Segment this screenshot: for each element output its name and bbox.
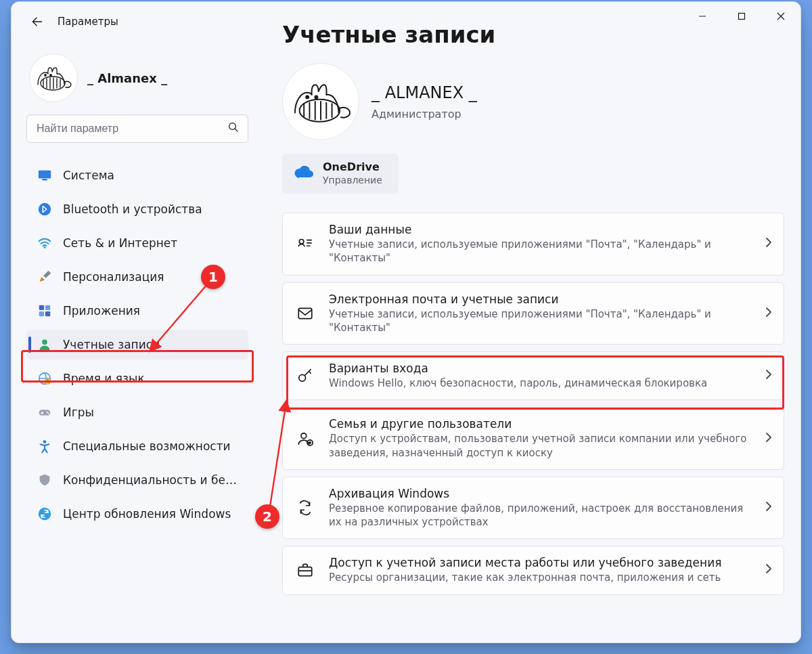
paintbrush-icon [37,269,52,284]
nav-item-update[interactable]: Центр обновления Windows [26,499,248,529]
wifi-icon [37,236,52,250]
accessibility-icon [37,439,52,454]
nav-label: Центр обновления Windows [63,507,231,521]
svg-rect-17 [39,410,51,415]
svg-rect-13 [45,311,50,316]
cat-avatar-icon [34,63,73,93]
search-box[interactable] [26,114,248,143]
card-title: Варианты входа [329,362,707,375]
minimize-icon [698,12,706,20]
clock-globe-icon [37,371,52,386]
nav-label: Персонализация [63,270,164,284]
svg-point-20 [43,440,47,443]
svg-point-21 [39,508,51,520]
sidebar-profile[interactable]: _ Almanex _ [29,53,248,102]
title-label: Параметры [58,16,118,28]
svg-point-22 [300,100,340,122]
nav-label: Учетные записи [63,338,160,351]
svg-point-9 [44,246,46,248]
search-input[interactable] [35,122,227,135]
chevron-right-icon [765,563,773,577]
card-title: Архивация Windows [329,487,752,500]
mail-icon [296,305,314,322]
person-icon [37,337,52,352]
card-title: Доступ к учетной записи места работы или… [329,556,721,569]
nav-label: Bluetooth и устройства [63,202,202,216]
svg-point-24 [315,95,317,98]
nav-item-gaming[interactable]: Игры [26,397,248,427]
header-profile: _ ALMANEX _ Администратор [282,63,784,140]
header-profile-name: _ ALMANEX _ [371,83,477,102]
update-icon [37,506,52,521]
card-signin-options[interactable]: Варианты входа Windows Hello, ключ безоп… [282,351,784,400]
chevron-right-icon [765,432,773,445]
key-icon [296,367,314,385]
svg-point-25 [299,240,304,244]
card-email-accounts[interactable]: Электронная почта и учетные записи Учетн… [282,282,784,345]
page-title: Учетные записи [282,21,784,48]
svg-rect-0 [739,14,745,20]
people-add-icon [296,430,314,448]
gamepad-icon [37,405,52,420]
card-sub: Windows Hello, ключ безопасности, пароль… [329,376,707,390]
nav-item-system[interactable]: Система [26,160,248,190]
sidebar-profile-name: _ Almanex _ [87,71,167,85]
nav-label: Приложения [63,304,140,318]
svg-point-19 [47,413,49,414]
search-icon [227,121,240,136]
nav-label: Сеть & и Интернет [63,236,177,250]
nav-list: Система Bluetooth и устройства Сеть & и … [26,160,248,529]
svg-point-28 [301,433,307,438]
card-windows-backup[interactable]: Архивация Windows Резервное копирование … [282,477,784,540]
svg-rect-12 [39,311,44,316]
briefcase-icon [296,561,314,579]
card-title: Электронная почта и учетные записи [329,292,752,306]
nav-item-accounts[interactable]: Учетные записи [26,330,248,359]
nav-item-privacy[interactable]: Конфиденциальность и безопасность [26,465,248,495]
onedrive-card[interactable]: OneDrive Управление [282,154,399,194]
maximize-icon [738,12,746,20]
card-sub: Учетные записи, используемые приложениям… [329,307,752,335]
shield-icon [37,473,52,487]
svg-rect-10 [39,305,44,310]
chevron-right-icon [765,307,773,320]
nav-label: Конфиденциальность и безопасность [63,473,242,487]
svg-rect-7 [42,179,47,181]
card-sub: Учетные записи, используемые приложениям… [329,238,752,265]
nav-item-accessibility[interactable]: Специальные возможности [26,431,248,461]
annotation-badge-2: 2 [255,504,279,529]
card-sub: Резервное копирование файлов, приложений… [329,502,752,529]
nav-label: Время и язык [63,372,145,385]
svg-point-1 [41,77,65,90]
svg-point-8 [39,203,51,215]
avatar [282,63,359,140]
nav-label: Система [63,169,114,182]
card-sub: Доступ к устройствам, пользователи учетн… [329,432,752,460]
nav-item-network[interactable]: Сеть & и Интернет [26,228,248,258]
card-work-school[interactable]: Доступ к учетной записи места работы или… [282,546,784,594]
card-title: Семья и другие пользователи [329,417,752,431]
svg-point-14 [42,339,47,345]
chevron-right-icon [765,369,773,383]
nav-item-apps[interactable]: Приложения [26,296,248,326]
cloud-icon [293,166,312,181]
svg-point-2 [45,74,46,76]
nav-label: Специальные возможности [63,439,231,453]
nav-item-time[interactable]: Время и язык [26,364,248,393]
svg-point-23 [306,95,309,98]
nav-item-bluetooth[interactable]: Bluetooth и устройства [26,194,248,224]
svg-rect-30 [298,567,312,576]
card-sub: Ресурсы организации, такие как электронн… [329,571,721,584]
arrow-left-icon [30,15,44,28]
card-your-info[interactable]: Ваши данные Учетные записи, используемые… [282,213,784,276]
cat-avatar-icon [288,77,353,127]
backup-icon [296,499,314,517]
apps-icon [37,303,52,318]
monitor-icon [37,168,52,183]
close-icon [777,12,785,20]
sidebar: _ Almanex _ Система Bluetooth и устройст… [12,41,262,642]
card-family-users[interactable]: Семья и другие пользователи Доступ к уст… [282,407,784,470]
back-button[interactable] [28,12,47,31]
id-card-icon [296,235,314,253]
svg-rect-26 [298,308,312,318]
